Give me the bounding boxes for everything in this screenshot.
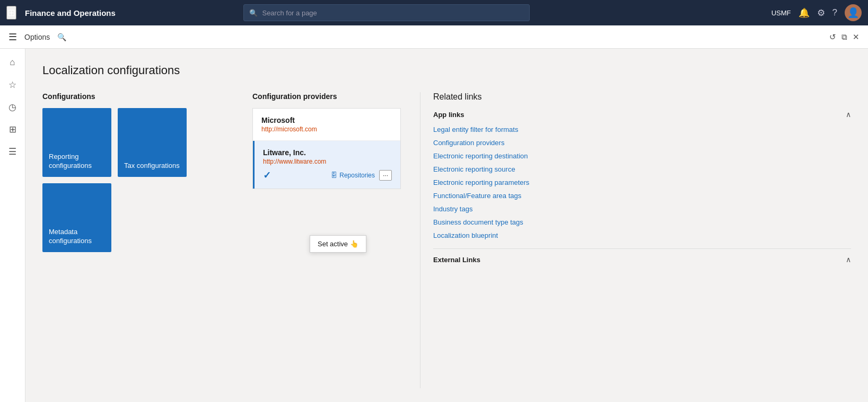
settings-icon[interactable]: ⚙ [817, 7, 825, 19]
help-icon[interactable]: ? [832, 7, 837, 18]
more-options-button[interactable]: ··· [379, 170, 392, 181]
sidebar-home-icon[interactable]: ⌂ [3, 53, 22, 72]
active-check-icon: ✓ [263, 169, 271, 181]
repo-icon: 🗄 [331, 172, 337, 179]
external-links-chevron-icon: ∧ [846, 255, 851, 264]
app-links-chevron-icon: ∧ [846, 110, 851, 119]
app-links-header[interactable]: App links ∧ [433, 110, 851, 119]
repositories-button[interactable]: 🗄 Repositories [331, 172, 375, 179]
search-icon: 🔍 [249, 9, 258, 17]
provider-actions: 🗄 Repositories ··· [331, 170, 392, 181]
search-options-icon[interactable]: 🔍 [57, 33, 66, 41]
sidebar-workspaces-icon[interactable]: ⊞ [3, 120, 22, 139]
cursor-indicator: 👆 [350, 240, 358, 248]
provider-active-row: ✓ 🗄 Repositories ··· [263, 169, 392, 181]
litware-url: http://www.litware.com [263, 158, 392, 165]
username-label: USMF [771, 9, 791, 17]
notifications-icon[interactable]: 🔔 [799, 7, 810, 19]
litware-name: Litware, Inc. [263, 148, 392, 157]
configurations-title: Configurations [42, 92, 233, 101]
window-controls: ↺ ⧉ ✕ [829, 32, 860, 42]
refresh-button[interactable]: ↺ [829, 32, 836, 42]
options-label: Options [24, 33, 50, 41]
page-title: Localization configurations [42, 64, 851, 77]
tax-configurations-tile[interactable]: Tax configurations [118, 108, 187, 177]
section-divider [420, 92, 420, 388]
link-functional-tags[interactable]: Functional/Feature area tags [433, 189, 851, 202]
secondary-bar: ☰ Options 🔍 ↺ ⧉ ✕ [0, 25, 868, 49]
link-localization-blueprint[interactable]: Localization blueprint [433, 229, 851, 242]
reporting-configurations-tile[interactable]: Reporting configurations [42, 108, 111, 177]
app-links-list: Legal entity filter for formats Configur… [433, 123, 851, 242]
link-configuration-providers[interactable]: Configuration providers [433, 136, 851, 149]
link-er-parameters[interactable]: Electronic reporting parameters [433, 176, 851, 189]
sidebar-recent-icon[interactable]: ◷ [3, 97, 22, 117]
related-links-title: Related links [433, 92, 851, 102]
providers-title: Configuration providers [252, 92, 401, 101]
search-input[interactable] [262, 9, 524, 17]
sidebar-favorites-icon[interactable]: ☆ [3, 75, 22, 94]
links-divider [433, 248, 851, 249]
link-er-destination[interactable]: Electronic reporting destination [433, 149, 851, 163]
related-links-section: Related links App links ∧ Legal entity f… [433, 92, 851, 388]
main-content: Localization configurations Configuratio… [25, 49, 868, 402]
configurations-section: Configurations Reporting configurations … [42, 92, 233, 388]
external-links-header[interactable]: External Links ∧ [433, 255, 851, 264]
set-active-menu-item[interactable]: Set active 👆 [310, 236, 366, 252]
external-links-label: External Links [433, 256, 480, 264]
microsoft-url: http://microsoft.com [261, 126, 392, 133]
main-layout: ⌂ ☆ ◷ ⊞ ☰ Localization configurations Co… [0, 49, 868, 402]
close-button[interactable]: ✕ [853, 32, 860, 42]
provider-litware[interactable]: Litware, Inc. http://www.litware.com ✓ 🗄… [253, 141, 400, 189]
metadata-configurations-tile[interactable]: Metadata configurations [42, 183, 111, 252]
content-grid: Configurations Reporting configurations … [42, 92, 851, 388]
providers-list: Microsoft http://microsoft.com Litware, … [252, 108, 401, 189]
app-title: Finance and Operations [25, 8, 116, 17]
app-links-label: App links [433, 111, 464, 119]
link-er-source[interactable]: Electronic reporting source [433, 163, 851, 176]
sidebar-modules-icon[interactable]: ☰ [3, 142, 22, 161]
search-bar: 🔍 [243, 4, 530, 21]
top-nav: ⊞ Finance and Operations 🔍 USMF 🔔 ⚙ ? 👤 [0, 0, 868, 25]
link-business-doc-tags[interactable]: Business document type tags [433, 216, 851, 229]
grid-menu-icon[interactable]: ⊞ [6, 6, 16, 20]
providers-section: Configuration providers Microsoft http:/… [252, 92, 401, 388]
top-nav-right: USMF 🔔 ⚙ ? 👤 [771, 4, 862, 21]
left-sidebar: ⌂ ☆ ◷ ⊞ ☰ [0, 49, 25, 402]
config-tiles: Reporting configurations Tax configurati… [42, 108, 233, 252]
hamburger-button[interactable]: ☰ [8, 31, 17, 43]
link-industry-tags[interactable]: Industry tags [433, 202, 851, 216]
provider-microsoft[interactable]: Microsoft http://microsoft.com [253, 109, 400, 141]
avatar[interactable]: 👤 [845, 4, 862, 21]
link-legal-entity-filter[interactable]: Legal entity filter for formats [433, 123, 851, 136]
restore-button[interactable]: ⧉ [841, 32, 847, 42]
context-menu-popup: Set active 👆 [310, 235, 366, 253]
microsoft-name: Microsoft [261, 116, 392, 124]
